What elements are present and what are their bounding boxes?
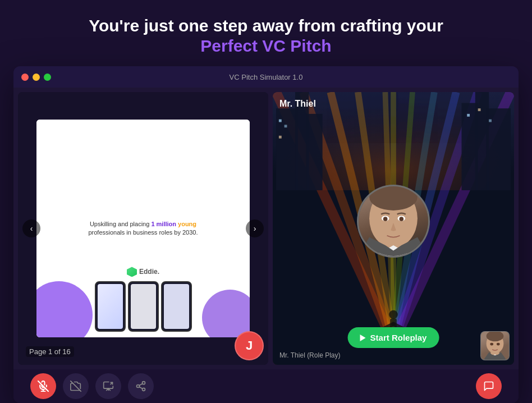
header: You're just one step away from crafting …: [0, 0, 532, 66]
slide-text-accent: 1 million: [151, 221, 178, 227]
svg-rect-14: [306, 114, 322, 190]
svg-rect-20: [279, 136, 282, 139]
svg-line-50: [139, 383, 143, 385]
vc-portrait: [357, 185, 430, 258]
header-line2: Perfect VC Pitch: [11, 36, 521, 56]
svg-point-28: [389, 310, 398, 319]
slide-text-part1: Upskilling and placing: [90, 221, 151, 227]
slide-next-button[interactable]: ›: [246, 219, 264, 237]
phone-screen-1: [98, 284, 123, 329]
right-panel: Mr. Thiel Start Roleplay Mr. Thiel (Role…: [273, 92, 514, 365]
mic-off-icon: [38, 381, 49, 392]
start-roleplay-button[interactable]: Start Roleplay: [348, 327, 439, 348]
traffic-light-yellow[interactable]: [33, 74, 40, 81]
eddie-logo: Eddie.: [127, 267, 159, 277]
svg-rect-19: [285, 125, 287, 127]
slide-text-part3: professionals in business: [88, 229, 159, 236]
svg-rect-22: [478, 108, 481, 111]
camera-off-button[interactable]: [63, 373, 89, 399]
vc-thumbnail: [480, 331, 510, 360]
vc-thumb-face: [481, 332, 509, 360]
main-content: ‹ Upskilling and placing 1 million young…: [13, 88, 519, 369]
traffic-lights: [21, 74, 51, 81]
svg-point-39: [490, 343, 493, 346]
header-line1: You're just one step away from crafting …: [11, 16, 521, 36]
slide-area: ‹ Upskilling and placing 1 million young…: [18, 92, 268, 365]
right-controls: [476, 373, 502, 399]
phone-screen-2: [131, 284, 156, 329]
slide-inner: Upskilling and placing 1 million young p…: [36, 120, 249, 338]
svg-rect-21: [467, 114, 470, 117]
bottom-controls: [13, 369, 519, 403]
vc-name: Mr. Thiel: [279, 99, 316, 109]
phone-screen-3: [164, 284, 189, 329]
svg-line-49: [139, 387, 143, 388]
svg-point-34: [383, 217, 388, 221]
vc-face: [359, 186, 428, 256]
play-icon: [360, 335, 366, 341]
camera-off-icon: [70, 381, 81, 392]
eddie-logo-text: Eddie.: [139, 268, 159, 276]
screen-share-button[interactable]: [95, 373, 121, 399]
eddie-gem-icon: [127, 267, 137, 277]
chat-button[interactable]: [476, 373, 502, 399]
mic-mute-button[interactable]: [30, 373, 56, 399]
phone-mock-1: [95, 281, 126, 332]
share-up-icon: [135, 381, 146, 392]
svg-point-30: [369, 185, 418, 210]
phone-mock-3: [161, 281, 192, 332]
page-indicator: Page 1 of 16: [26, 346, 74, 357]
slide-phones: [36, 281, 249, 332]
slide-prev-button[interactable]: ‹: [22, 219, 40, 237]
left-controls: [30, 373, 154, 399]
vc-video-area: Mr. Thiel Start Roleplay Mr. Thiel (Role…: [273, 92, 514, 365]
traffic-light-green[interactable]: [44, 74, 51, 81]
title-bar: VC Pitch Simulator 1.0: [13, 66, 519, 88]
svg-rect-23: [489, 120, 492, 122]
window-title: VC Pitch Simulator 1.0: [230, 73, 303, 81]
slide-headline: Upskilling and placing 1 million young p…: [85, 220, 202, 237]
slide-text-area: Upskilling and placing 1 million young p…: [85, 220, 202, 237]
svg-point-40: [497, 343, 500, 346]
slide-text-orange: young: [178, 221, 196, 227]
user-avatar-badge: J: [235, 331, 264, 360]
start-roleplay-label: Start Roleplay: [370, 333, 427, 342]
traffic-light-red[interactable]: [21, 74, 29, 81]
screen-share-icon: [103, 381, 114, 392]
svg-point-35: [399, 217, 403, 221]
slide-preview: Upskilling and placing 1 million young p…: [36, 120, 249, 338]
left-panel: ‹ Upskilling and placing 1 million young…: [18, 92, 268, 365]
app-window: VC Pitch Simulator 1.0 ‹ Up: [13, 66, 519, 403]
vc-role-label: Mr. Thiel (Role Play): [279, 351, 340, 359]
slide-text-roles: roles by 2030.: [159, 229, 198, 236]
share-upload-button[interactable]: [128, 373, 154, 399]
svg-rect-18: [279, 120, 282, 122]
svg-line-44: [71, 381, 81, 391]
chat-icon: [483, 381, 494, 392]
phone-mock-2: [128, 281, 159, 332]
